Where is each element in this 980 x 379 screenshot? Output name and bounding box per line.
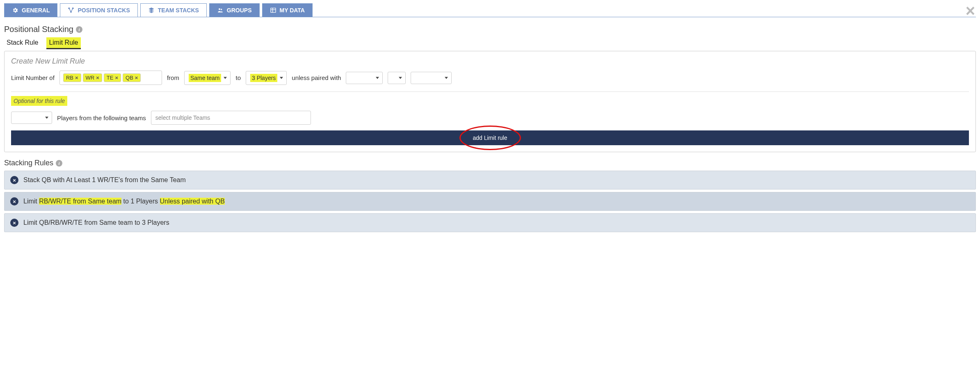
players-from-label: Players from the following teams [57, 114, 146, 121]
teams-multi-select[interactable]: select multiple Teams [151, 111, 311, 125]
tab-my-data[interactable]: MY DATA [262, 3, 313, 17]
tab-label: MY DATA [280, 7, 305, 14]
to-label: to [235, 74, 241, 81]
optional-row: Players from the following teams select … [11, 111, 969, 125]
tab-label: TEAM STACKS [158, 7, 199, 14]
subtab-limit-rule[interactable]: Limit Rule [46, 37, 80, 49]
tab-team-stacks[interactable]: TEAM STACKS [140, 3, 207, 17]
limit-label: Limit Number of [11, 74, 55, 81]
svg-point-3 [219, 8, 220, 10]
token-wr[interactable]: WR× [83, 73, 102, 82]
remove-icon[interactable]: × [115, 75, 118, 81]
token-te[interactable]: TE× [104, 73, 121, 82]
users-icon [217, 7, 224, 14]
rules-title-text: Stacking Rules [4, 159, 53, 167]
tab-label: GENERAL [22, 7, 50, 14]
svg-point-4 [221, 9, 222, 10]
from-label: from [167, 74, 179, 81]
position-token-input[interactable]: RB× WR× TE× QB× [59, 71, 162, 85]
unless-label: unless paired with [292, 74, 341, 81]
from-dropdown[interactable]: Same team [184, 71, 231, 85]
delete-icon[interactable]: × [10, 219, 18, 227]
remove-icon[interactable]: × [75, 75, 78, 81]
rule-item: × Limit RB/WR/TE from Same team to 1 Pla… [4, 192, 976, 211]
delete-icon[interactable]: × [10, 197, 18, 205]
tab-label: POSITION STACKS [78, 7, 130, 14]
rule-item: × Limit QB/RB/WR/TE from Same team to 3 … [4, 213, 976, 232]
delete-icon[interactable]: × [10, 176, 18, 184]
layers-icon [148, 7, 155, 14]
remove-icon[interactable]: × [135, 75, 138, 81]
to-dropdown[interactable]: 3 Players [246, 71, 287, 85]
section-title: Positional Stacking i [4, 25, 976, 34]
tab-position-stacks[interactable]: POSITION STACKS [60, 3, 137, 17]
add-limit-rule-button[interactable]: add Limit rule [11, 130, 969, 145]
tab-general[interactable]: GENERAL [4, 3, 57, 17]
subtab-stack-rule[interactable]: Stack Rule [4, 37, 41, 49]
close-icon[interactable]: × [966, 2, 975, 19]
rule-text: Stack QB with At Least 1 WR/TE's from th… [23, 176, 186, 184]
info-icon[interactable]: i [56, 160, 62, 167]
info-icon[interactable]: i [76, 26, 82, 33]
section-title-text: Positional Stacking [4, 25, 73, 34]
unless-dropdown-2[interactable] [388, 72, 406, 84]
optional-note: Optional for this rule [11, 96, 67, 106]
token-qb[interactable]: QB× [123, 73, 141, 82]
tab-label: GROUPS [227, 7, 252, 14]
unless-dropdown-1[interactable] [346, 72, 383, 84]
main-tabs: GENERAL POSITION STACKS TEAM STACKS GROU… [4, 3, 976, 17]
rule-text: Limit QB/RB/WR/TE from Same team to 3 Pl… [23, 219, 169, 226]
svg-rect-5 [271, 8, 276, 13]
unless-dropdown-3[interactable] [411, 72, 452, 84]
panel-heading: Create New Limit Rule [11, 57, 969, 66]
tab-groups[interactable]: GROUPS [209, 3, 260, 17]
grid-icon [270, 7, 276, 14]
gear-icon [12, 7, 18, 14]
rule-item: × Stack QB with At Least 1 WR/TE's from … [4, 171, 976, 190]
rule-form-row: Limit Number of RB× WR× TE× QB× from Sam… [11, 71, 969, 85]
token-rb[interactable]: RB× [63, 73, 81, 82]
create-rule-panel: Create New Limit Rule Limit Number of RB… [4, 51, 976, 152]
add-btn-label: add Limit rule [473, 135, 507, 141]
remove-icon[interactable]: × [96, 75, 99, 81]
opt-dropdown[interactable] [11, 112, 52, 124]
rules-title: Stacking Rules i [4, 159, 976, 167]
subtabs: Stack Rule Limit Rule [4, 37, 976, 49]
divider [11, 91, 969, 92]
nodes-icon [68, 7, 74, 14]
rule-text: Limit RB/WR/TE from Same team to 1 Playe… [23, 198, 225, 205]
